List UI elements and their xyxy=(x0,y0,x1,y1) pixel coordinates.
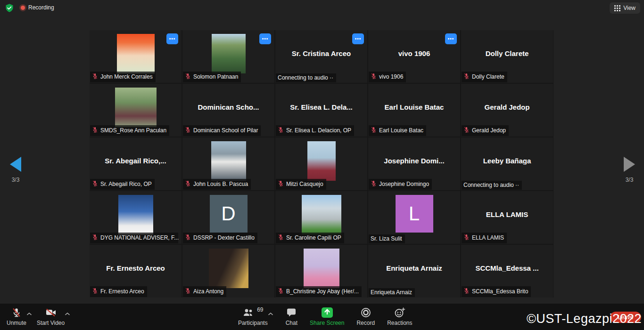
mic-muted-icon xyxy=(463,126,470,135)
participants-count: 69 xyxy=(257,306,263,313)
tile-menu-button[interactable]: ••• xyxy=(352,33,364,44)
participant-center-name: Sr. Elisea L. Dela... xyxy=(275,103,367,111)
recording-indicator: Recording xyxy=(21,4,54,11)
ellipsis-icon: ••• xyxy=(448,36,454,41)
participant-center-name: vivo 1906 xyxy=(368,49,460,57)
participant-tile[interactable]: DDSSRP - Dexter Castillo xyxy=(182,191,274,244)
share-screen-icon xyxy=(321,307,333,318)
participant-name-label: ELLA LAMIS xyxy=(462,233,507,243)
participant-name-label: SMDS_Rose Ann Paculan xyxy=(90,125,169,136)
tile-menu-button[interactable]: ••• xyxy=(166,33,178,44)
participant-name-text: SCCMla_Edessa Brito xyxy=(472,288,528,295)
mic-muted-icon xyxy=(185,233,191,242)
chat-button[interactable]: Chat xyxy=(286,304,297,326)
page-indicator-right: 3/3 xyxy=(619,177,640,183)
leave-button[interactable]: Leave xyxy=(610,312,641,323)
next-page-control[interactable]: 3/3 xyxy=(619,157,640,183)
participant-name-text: Dominican School of Pilar xyxy=(193,127,258,134)
mic-muted-icon xyxy=(371,126,377,135)
participant-tile[interactable]: B_Christine Joy Abay (Her/... xyxy=(275,245,367,298)
unmute-options-caret[interactable] xyxy=(26,309,32,318)
participant-tile[interactable]: John Louis B. Pascua xyxy=(182,137,274,190)
participant-tile[interactable]: Enriqueta ArnaizEnriqueta Arnaiz xyxy=(368,245,460,298)
participant-name-text: Fr. Ernesto Arceo xyxy=(100,288,144,295)
share-screen-button[interactable]: Share Screen xyxy=(310,304,344,326)
participant-name-label: Solomon Patnaan xyxy=(183,72,241,82)
record-button[interactable]: Record xyxy=(356,304,375,326)
participant-photo xyxy=(212,34,246,73)
letter-avatar: L xyxy=(396,195,433,233)
participant-name-text: Aiza Antong xyxy=(193,288,223,295)
participant-name-label: SCCMla_Edessa Brito xyxy=(462,286,531,297)
participant-center-name: ELLA LAMIS xyxy=(461,210,553,218)
participant-tile[interactable]: Leeby BañagaConnecting to audio ·· xyxy=(461,137,553,190)
participant-name-label: John Merck Corrales xyxy=(90,72,156,82)
mic-muted-icon xyxy=(92,233,98,242)
mic-muted-icon xyxy=(185,126,191,135)
participant-tile[interactable]: Solomon Patnaan••• xyxy=(182,30,274,83)
participant-tile[interactable]: John Merck Corrales••• xyxy=(90,30,182,83)
participant-tile[interactable]: Fr. Ernesto ArceoFr. Ernesto Arceo xyxy=(90,245,182,298)
participant-tile[interactable]: Sr. Elisea L. Dela...Sr. Elisea L. Delac… xyxy=(275,84,367,137)
participant-name-text: DSSRP - Dexter Castillo xyxy=(193,234,255,241)
chat-label: Chat xyxy=(286,320,297,326)
participant-name-label: Fr. Ernesto Arceo xyxy=(90,286,147,297)
participant-name-text: Josephine Domingo xyxy=(379,181,429,187)
participant-tile[interactable]: Sr. Caroline Capili OP xyxy=(275,191,367,244)
participant-tile[interactable]: Sr. Cristina ArceoConnecting to audio ··… xyxy=(275,30,367,83)
video-options-caret[interactable] xyxy=(65,309,70,318)
participant-tile[interactable]: Dolly ClareteDolly Clarete xyxy=(461,30,553,83)
participant-tile[interactable]: LSr. Liza Sulit xyxy=(368,191,460,244)
prev-page-control[interactable]: 3/3 xyxy=(5,157,26,183)
share-screen-label: Share Screen xyxy=(310,320,344,326)
start-video-button[interactable]: Start Video xyxy=(37,304,65,326)
participant-photo xyxy=(211,141,246,181)
participant-name-text: Dolly Clarete xyxy=(472,73,504,80)
participant-tile[interactable]: SMDS_Rose Ann Paculan xyxy=(90,84,182,137)
participant-name-label: Dominican School of Pilar xyxy=(183,125,261,136)
participant-tile[interactable]: ELLA LAMISELLA LAMIS xyxy=(461,191,553,244)
participant-tile[interactable]: SCCMla_Edessa ...SCCMla_Edessa Brito xyxy=(461,245,553,298)
participant-name-text: Sr. Caroline Capili OP xyxy=(286,234,341,241)
unmute-button[interactable]: Unmute xyxy=(7,304,26,326)
participants-button[interactable]: 69 Participants xyxy=(238,304,268,326)
participant-tile[interactable]: Earl Louise BatacEarl Louise Batac xyxy=(368,84,460,137)
prev-arrow-icon[interactable] xyxy=(10,157,21,172)
reactions-label: Reactions xyxy=(387,320,412,326)
mic-muted-icon xyxy=(185,72,191,81)
participant-name-text: Sr. Abegail Rico, OP xyxy=(100,181,152,187)
participant-tile[interactable]: Josephine Domi...Josephine Domingo xyxy=(368,137,460,190)
participant-name-text: DYG NATIONAL ADVISER, F... xyxy=(100,234,179,241)
participant-tile[interactable]: Mitzi Casquejo xyxy=(275,137,367,190)
mic-muted-icon xyxy=(92,180,98,188)
participant-name-label: vivo 1906 xyxy=(369,72,406,82)
participant-tile[interactable]: vivo 1906vivo 1906••• xyxy=(368,30,460,83)
people-icon xyxy=(242,308,255,317)
participant-tile[interactable]: Gerald JedopGerald Jedop xyxy=(461,84,553,137)
participant-name-label: Josephine Domingo xyxy=(369,179,432,190)
letter-avatar: D xyxy=(210,195,248,233)
reactions-button[interactable]: Reactions xyxy=(387,304,412,326)
participant-center-name: Dominican Scho... xyxy=(182,103,274,111)
participant-photo xyxy=(304,249,339,288)
view-button[interactable]: View xyxy=(610,2,640,14)
security-shield-icon[interactable] xyxy=(5,3,14,13)
participant-name-label: Gerald Jedop xyxy=(462,125,509,136)
participant-center-name: Enriqueta Arnaiz xyxy=(368,264,460,272)
participant-name-label: John Louis B. Pascua xyxy=(183,179,251,190)
next-arrow-icon[interactable] xyxy=(624,157,635,172)
mic-muted-icon xyxy=(463,233,470,242)
participant-tile[interactable]: DYG NATIONAL ADVISER, F... xyxy=(90,191,182,244)
participant-center-name: Earl Louise Batac xyxy=(368,103,460,111)
participant-name-label: Connecting to audio ·· xyxy=(276,73,336,82)
participant-tile[interactable]: Aiza Antong xyxy=(182,245,274,298)
camera-muted-icon xyxy=(45,307,57,318)
participant-name-text: Sr. Elisea L. Delacion, OP xyxy=(286,127,351,134)
participant-tile[interactable]: Sr. Abegail Rico,...Sr. Abegail Rico, OP xyxy=(90,137,182,190)
participants-options-caret[interactable] xyxy=(268,309,273,318)
mic-muted-icon xyxy=(92,72,98,81)
tile-menu-button[interactable]: ••• xyxy=(445,33,457,44)
tile-menu-button[interactable]: ••• xyxy=(259,33,271,44)
mic-muted-icon xyxy=(463,72,470,81)
participant-tile[interactable]: Dominican Scho...Dominican School of Pil… xyxy=(182,84,274,137)
